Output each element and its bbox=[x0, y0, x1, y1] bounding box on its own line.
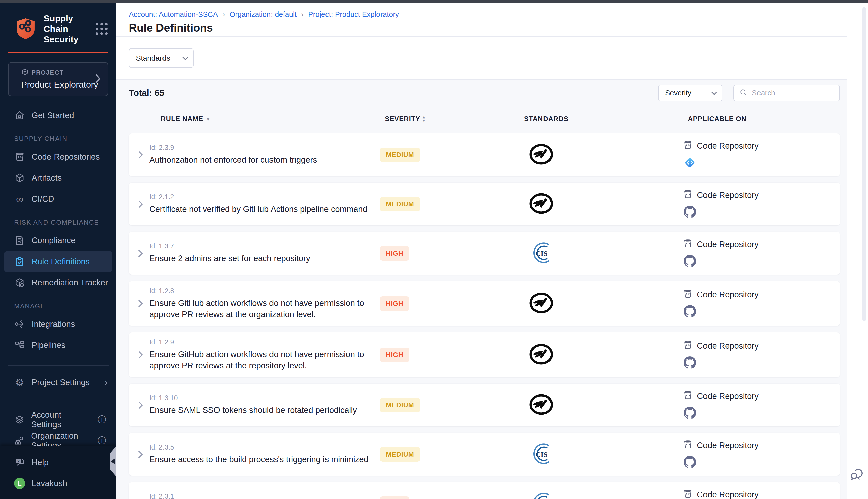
vertical-scrollbar[interactable] bbox=[863, 7, 866, 321]
rule-name: Ensure SAML SSO tokens should be rotated… bbox=[149, 404, 370, 416]
severity-badge: MEDIUM bbox=[380, 447, 420, 462]
breadcrumb-account-link[interactable]: Account: Automation-SSCA bbox=[129, 10, 218, 19]
table-row[interactable]: Id: 2.1.2 Certificate not verified by Gi… bbox=[129, 183, 840, 226]
applicable-on-label: Code Repository bbox=[697, 141, 759, 151]
expand-row-button[interactable] bbox=[129, 451, 149, 457]
avatar: L bbox=[14, 478, 25, 489]
severity-filter-dropdown[interactable]: Severity bbox=[658, 85, 722, 101]
sidebar-item-artifacts[interactable]: Artifacts bbox=[0, 167, 116, 188]
applicable-on-label: Code Repository bbox=[697, 391, 759, 401]
search-input[interactable] bbox=[752, 89, 834, 97]
sidebar: Supply Chain Security PROJECT Product Ex… bbox=[0, 3, 116, 499]
sidebar-item-help[interactable]: ? Help bbox=[0, 452, 116, 473]
home-icon bbox=[14, 110, 25, 121]
github-icon bbox=[683, 406, 696, 421]
severity-filter-label: Severity bbox=[665, 89, 692, 97]
cube-icon bbox=[14, 173, 25, 183]
rule-name: Ensure GitHub action workflows do not ha… bbox=[149, 349, 370, 371]
module-grid-icon[interactable] bbox=[96, 23, 108, 35]
chevron-right-icon bbox=[135, 451, 143, 458]
cube-icon bbox=[21, 68, 29, 77]
sidebar-item-cicd[interactable]: ∞ CI/CD bbox=[0, 188, 116, 209]
table-row[interactable]: Id: 1.3.10 Ensure SAML SSO tokens should… bbox=[129, 384, 840, 426]
breadcrumb-project-link[interactable]: Project: Product Exploratory bbox=[308, 10, 399, 19]
column-rule-name[interactable]: RULE NAME bbox=[161, 115, 203, 123]
table-row[interactable]: Id: 1.2.8 Ensure GitHub action workflows… bbox=[129, 281, 840, 326]
rule-id: Id: 1.3.7 bbox=[149, 242, 370, 250]
expand-row-button[interactable] bbox=[129, 352, 149, 357]
rule-id: Id: 2.3.5 bbox=[149, 443, 370, 451]
table-row[interactable]: Id: 2.3.9 Authorization not enforced for… bbox=[129, 133, 840, 176]
sidebar-item-code-repositories[interactable]: Code Repositories bbox=[0, 146, 116, 167]
sort-both-icon[interactable]: ▴▾ bbox=[423, 115, 425, 123]
pipeline-icon bbox=[14, 340, 25, 351]
sidebar-item-remediation-tracker[interactable]: Remediation Tracker bbox=[0, 272, 116, 293]
sidebar-item-integrations[interactable]: Integrations bbox=[0, 314, 116, 335]
triangle-left-icon bbox=[111, 458, 115, 464]
github-icon bbox=[683, 255, 696, 269]
svg-text:?: ? bbox=[17, 459, 20, 463]
sidebar-item-label: Integrations bbox=[32, 319, 75, 329]
sort-desc-icon[interactable]: ▾ bbox=[207, 115, 210, 122]
rule-name: Ensure access to the build process's tri… bbox=[149, 454, 370, 465]
expand-row-button[interactable] bbox=[129, 301, 149, 306]
chat-support-icon[interactable] bbox=[849, 467, 865, 484]
breadcrumb-organization-link[interactable]: Organization: default bbox=[230, 10, 297, 19]
sidebar-item-pipelines[interactable]: Pipelines bbox=[0, 335, 116, 356]
owasp-standard-icon bbox=[529, 143, 554, 166]
chevron-right-icon bbox=[135, 200, 143, 208]
expand-row-button[interactable] bbox=[129, 402, 149, 408]
project-selector[interactable]: PROJECT Product Exploratory bbox=[8, 62, 108, 96]
applicable-on-label: Code Repository bbox=[697, 191, 759, 200]
chevron-right-icon bbox=[135, 151, 143, 159]
expand-row-button[interactable] bbox=[129, 152, 149, 158]
code-repo-icon bbox=[683, 488, 693, 499]
standards-filter-dropdown[interactable]: Standards bbox=[129, 48, 194, 68]
table-row[interactable]: Id: 1.3.7 Ensure 2 admins are set for ea… bbox=[129, 232, 840, 275]
table-row[interactable]: Id: 2.3.5 Ensure access to the build pro… bbox=[129, 433, 840, 476]
table-row[interactable]: Id: 1.2.9 Ensure GitHub action workflows… bbox=[129, 332, 840, 377]
rule-id: Id: 2.3.9 bbox=[149, 144, 370, 152]
severity-badge: MEDIUM bbox=[380, 398, 420, 412]
severity-badge: MEDIUM bbox=[380, 148, 420, 162]
cis-standard-icon: CIS bbox=[529, 241, 554, 266]
chevron-right-icon bbox=[135, 401, 143, 409]
rule-id: Id: 1.2.9 bbox=[149, 339, 370, 346]
code-repo-icon bbox=[683, 390, 693, 403]
sidebar-item-get-started[interactable]: Get Started bbox=[0, 105, 116, 126]
owasp-standard-icon bbox=[529, 393, 554, 417]
sidebar-item-organization-settings[interactable]: Organization Settings ⓘ bbox=[0, 430, 116, 446]
github-icon bbox=[683, 356, 696, 370]
table-row[interactable]: Id: 2.3.1 Ensure all build steps are def… bbox=[129, 482, 840, 499]
rules-content: Total: 65 Severity bbox=[116, 80, 847, 499]
help-chat-icon: ? bbox=[14, 457, 25, 467]
standards-filter-label: Standards bbox=[136, 54, 170, 62]
browser-top-edge bbox=[0, 0, 868, 3]
supply-chain-security-logo-icon bbox=[14, 17, 37, 41]
project-name: Product Exploratory bbox=[21, 80, 101, 90]
code-repo-icon bbox=[683, 288, 693, 301]
sidebar-item-project-settings[interactable]: ⚙ Project Settings › bbox=[0, 372, 116, 393]
expand-row-button[interactable] bbox=[129, 201, 149, 207]
applicable-on-label: Code Repository bbox=[697, 341, 759, 351]
total-count: Total: 65 bbox=[129, 88, 164, 98]
rule-id: Id: 2.1.2 bbox=[149, 193, 370, 201]
expand-row-button[interactable] bbox=[129, 251, 149, 256]
document-search-icon bbox=[14, 235, 25, 246]
box-wrench-icon bbox=[14, 277, 25, 288]
user-menu[interactable]: L Lavakush bbox=[0, 473, 116, 494]
chevron-right-icon bbox=[95, 74, 101, 85]
sidebar-item-account-settings[interactable]: Account Settings ⓘ bbox=[0, 409, 116, 430]
sidebar-item-label: Get Started bbox=[32, 111, 74, 120]
svg-text:CIS: CIS bbox=[536, 250, 547, 257]
column-severity[interactable]: SEVERITY bbox=[385, 115, 420, 123]
sidebar-item-label: Artifacts bbox=[32, 173, 62, 183]
chevron-right-icon bbox=[135, 351, 143, 359]
severity-badge: MEDIUM bbox=[380, 197, 420, 211]
main-panel: Account: Automation-SSCA › Organization:… bbox=[116, 3, 847, 499]
share-arrows-icon bbox=[14, 319, 25, 329]
chevron-down-icon bbox=[711, 89, 717, 95]
sidebar-item-compliance[interactable]: Compliance bbox=[0, 230, 116, 251]
sidebar-item-rule-definitions[interactable]: Rule Definitions bbox=[4, 251, 112, 272]
code-repo-icon bbox=[683, 139, 693, 153]
